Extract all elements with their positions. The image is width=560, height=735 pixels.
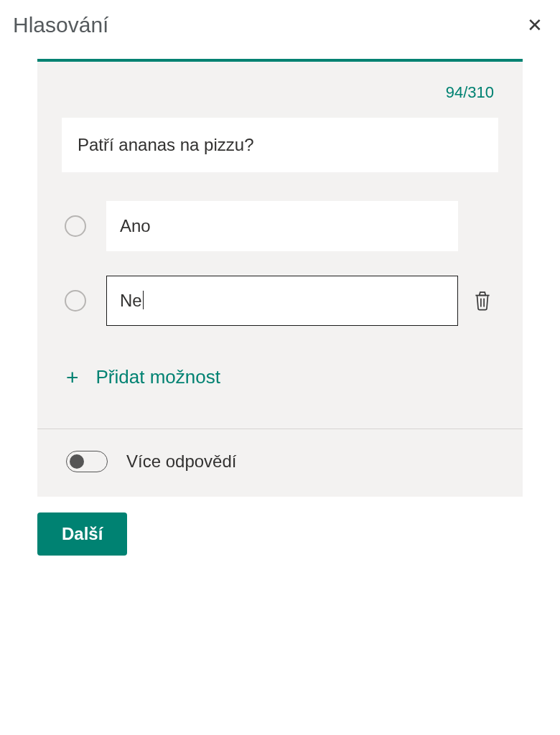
options-list: Ano Ne <box>62 201 498 326</box>
dialog-title: Hlasování <box>13 13 108 37</box>
trash-icon <box>473 290 492 312</box>
multi-answers-toggle[interactable] <box>66 451 108 472</box>
multi-answers-row: Více odpovědí <box>62 429 498 497</box>
poll-dialog: Hlasování ✕ 94/310 Patří ananas na pizzu… <box>0 0 560 571</box>
dialog-footer: Další <box>13 497 547 571</box>
toggle-knob <box>70 454 84 469</box>
option-row: Ano <box>65 201 498 251</box>
add-option-button[interactable]: + Přidat možnost <box>62 350 498 407</box>
option-input-2-text: Ne <box>120 291 142 310</box>
char-counter: 94/310 <box>62 83 498 118</box>
dialog-header: Hlasování ✕ <box>13 7 547 59</box>
close-icon[interactable]: ✕ <box>523 13 547 37</box>
delete-option-button[interactable] <box>467 290 498 312</box>
plus-icon: + <box>66 367 79 388</box>
poll-card: 94/310 Patří ananas na pizzu? Ano Ne <box>37 59 523 497</box>
poll-card-body: 94/310 Patří ananas na pizzu? Ano Ne <box>37 62 523 429</box>
multi-answers-section: Více odpovědí <box>37 429 523 497</box>
text-cursor <box>143 291 144 309</box>
option-input-2[interactable]: Ne <box>106 276 458 326</box>
option-row: Ne <box>65 276 498 326</box>
option-input-1[interactable]: Ano <box>106 201 458 251</box>
radio-icon[interactable] <box>65 290 86 312</box>
question-input[interactable]: Patří ananas na pizzu? <box>62 118 498 172</box>
radio-icon[interactable] <box>65 215 86 237</box>
add-option-label: Přidat možnost <box>96 366 220 388</box>
next-button[interactable]: Další <box>37 512 127 556</box>
multi-answers-label: Více odpovědí <box>126 451 236 472</box>
